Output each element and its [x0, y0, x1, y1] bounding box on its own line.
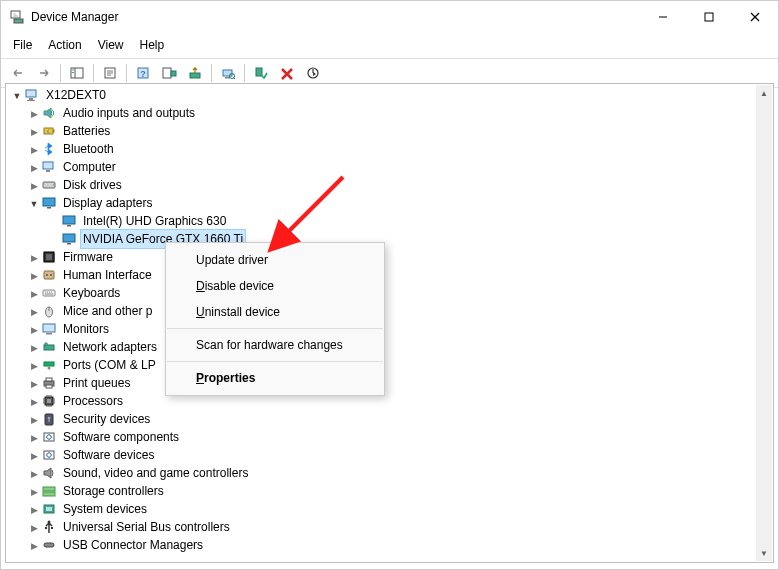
- tree-node-label: X12DEXT0: [44, 86, 108, 104]
- update-driver-icon[interactable]: [183, 62, 207, 84]
- tree-root[interactable]: X12DEXT0: [7, 86, 756, 104]
- tree-category-17[interactable]: Software devices: [7, 446, 756, 464]
- scan-hardware-icon[interactable]: [216, 62, 240, 84]
- vertical-scrollbar[interactable]: ▲ ▼: [756, 85, 772, 561]
- tree-node-label: Keyboards: [61, 284, 122, 302]
- tree-node-label: Mice and other p: [61, 302, 154, 320]
- minimize-button[interactable]: [640, 1, 686, 33]
- context-separator: [167, 328, 383, 329]
- scroll-down-icon[interactable]: ▼: [756, 545, 772, 561]
- close-button[interactable]: [732, 1, 778, 33]
- system-icon: [41, 501, 57, 517]
- action-icon[interactable]: [157, 62, 181, 84]
- svg-rect-40: [67, 243, 71, 245]
- expander-icon[interactable]: [27, 140, 41, 159]
- expander-icon[interactable]: [27, 536, 41, 555]
- maximize-button[interactable]: [686, 1, 732, 33]
- expander-icon[interactable]: [27, 464, 41, 483]
- svg-rect-26: [29, 98, 33, 100]
- security-icon: [41, 411, 57, 427]
- tree-category-0[interactable]: Audio inputs and outputs: [7, 104, 756, 122]
- svg-rect-1: [14, 19, 23, 23]
- scroll-up-icon[interactable]: ▲: [756, 85, 772, 101]
- tree-category-4[interactable]: Disk drives: [7, 176, 756, 194]
- context-scan-hardware[interactable]: Scan for hardware changes: [166, 332, 384, 358]
- uninstall-device-icon[interactable]: [275, 62, 299, 84]
- expander-icon[interactable]: [27, 320, 41, 339]
- usb-icon: [41, 519, 57, 535]
- window-title: Device Manager: [31, 10, 118, 24]
- svg-rect-51: [44, 345, 54, 350]
- expander-icon[interactable]: [27, 446, 41, 465]
- tree-category-22[interactable]: USB Connector Managers: [7, 536, 756, 554]
- svg-rect-20: [225, 77, 230, 79]
- expander-icon[interactable]: [27, 392, 41, 411]
- tree-node-label: Sound, video and game controllers: [61, 464, 250, 482]
- context-uninstall-device[interactable]: Uninstall device: [166, 299, 384, 325]
- svg-text:?: ?: [140, 69, 146, 79]
- hid-icon: [41, 267, 57, 283]
- context-disable-device[interactable]: Disable device: [166, 273, 384, 299]
- tree-node-label: Print queues: [61, 374, 132, 392]
- context-update-driver[interactable]: Update driver: [166, 247, 384, 273]
- expander-icon[interactable]: [27, 176, 41, 195]
- battery-icon: [41, 123, 57, 139]
- toolbar-separator: [60, 64, 61, 82]
- expander-icon[interactable]: [27, 428, 41, 447]
- tree-node-label: Disk drives: [61, 176, 124, 194]
- help-icon[interactable]: ?: [131, 62, 155, 84]
- expander-icon[interactable]: [27, 248, 41, 267]
- disk-icon: [41, 177, 57, 193]
- tree-node-label: Monitors: [61, 320, 111, 338]
- back-icon[interactable]: [6, 62, 30, 84]
- expander-icon[interactable]: [27, 158, 41, 177]
- disable-device-icon[interactable]: [301, 62, 325, 84]
- menu-action[interactable]: Action: [40, 35, 89, 56]
- software-icon: [41, 429, 57, 445]
- expander-icon[interactable]: [27, 266, 41, 285]
- expander-icon[interactable]: [10, 86, 24, 105]
- computer-root-icon: [24, 87, 40, 103]
- menu-file[interactable]: File: [5, 35, 40, 56]
- tree-category-19[interactable]: Storage controllers: [7, 482, 756, 500]
- menu-view[interactable]: View: [90, 35, 132, 56]
- show-hide-tree-icon[interactable]: [65, 62, 89, 84]
- forward-icon[interactable]: [32, 62, 56, 84]
- menu-help[interactable]: Help: [132, 35, 173, 56]
- expander-icon[interactable]: [27, 302, 41, 321]
- tree-category-20[interactable]: System devices: [7, 500, 756, 518]
- tree-category-2[interactable]: Bluetooth: [7, 140, 756, 158]
- expander-icon[interactable]: [27, 500, 41, 519]
- expander-icon[interactable]: [27, 284, 41, 303]
- port-icon: [41, 357, 57, 373]
- enable-device-icon[interactable]: [249, 62, 273, 84]
- software-icon: [41, 447, 57, 463]
- svg-rect-46: [43, 290, 55, 296]
- tree-category-15[interactable]: Security devices: [7, 410, 756, 428]
- expander-icon[interactable]: [27, 122, 41, 141]
- expander-icon[interactable]: [27, 104, 41, 123]
- tree-device-5-0[interactable]: Intel(R) UHD Graphics 630: [7, 212, 756, 230]
- properties-icon[interactable]: [98, 62, 122, 84]
- device-tree-panel: X12DEXT0Audio inputs and outputsBatterie…: [5, 83, 774, 563]
- tree-category-5[interactable]: Display adapters: [7, 194, 756, 212]
- tree-category-18[interactable]: Sound, video and game controllers: [7, 464, 756, 482]
- tree-category-1[interactable]: Batteries: [7, 122, 756, 140]
- svg-point-28: [51, 110, 53, 115]
- expander-icon[interactable]: [27, 374, 41, 393]
- context-properties[interactable]: Properties: [166, 365, 384, 391]
- tree-category-16[interactable]: Software components: [7, 428, 756, 446]
- expander-icon[interactable]: [27, 410, 41, 429]
- usb-c-icon: [41, 537, 57, 553]
- tree-category-21[interactable]: Universal Serial Bus controllers: [7, 518, 756, 536]
- svg-point-45: [50, 274, 52, 276]
- tree-category-3[interactable]: Computer: [7, 158, 756, 176]
- svg-rect-27: [27, 100, 35, 101]
- expander-icon[interactable]: [27, 338, 41, 357]
- expander-icon[interactable]: [27, 356, 41, 375]
- tree-node-label: Security devices: [61, 410, 152, 428]
- expander-icon[interactable]: [27, 194, 41, 213]
- svg-point-70: [48, 521, 51, 524]
- expander-icon[interactable]: [27, 518, 41, 537]
- expander-icon[interactable]: [27, 482, 41, 501]
